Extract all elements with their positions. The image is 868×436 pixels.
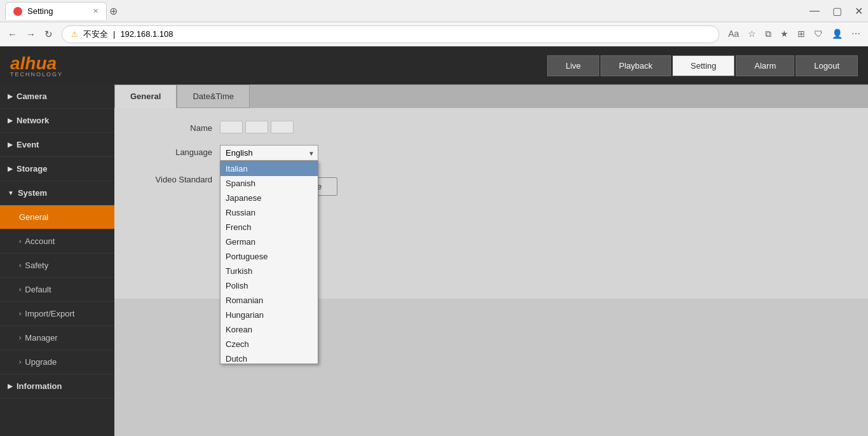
name-block-1 [220,121,243,133]
chevron-right-icon: › [19,358,21,365]
chevron-right-icon: ▶ [8,141,13,148]
sidebar-upgrade-label: Upgrade [25,357,57,367]
live-button[interactable]: Live [547,55,599,76]
close-window-button[interactable]: ✕ [855,5,863,17]
language-dropdown[interactable]: Italian Spanish Japanese Russian French … [220,161,318,364]
sidebar-item-event[interactable]: ▶ Event [0,133,114,157]
address-toolbar: Aa ☆ ⧉ ★ ⊞ 🛡 👤 ⋯ [728,29,860,39]
settings-panel: Name Language English [114,108,868,299]
logo-subtext: TECHNOLOGY [10,71,63,78]
sidebar-item-general[interactable]: General [0,205,114,229]
extensions-icon[interactable]: 🛡 [814,29,823,39]
dropdown-item-portuguese[interactable]: Portuguese [220,249,318,264]
new-tab-button[interactable]: ⊕ [109,5,118,17]
profile-icon[interactable]: 👤 [832,29,843,39]
sidebar-general-label: General [19,212,48,222]
sidebar-manager-label: Manager [25,333,57,343]
sidebar-event-label: Event [17,140,39,149]
dropdown-item-spanish[interactable]: Spanish [220,176,318,191]
dropdown-item-romanian[interactable]: Romanian [220,293,318,308]
address-separator: | [113,29,115,39]
tab-bar: General Date&Time [114,85,868,108]
dropdown-item-italian[interactable]: Italian [220,161,318,176]
chevron-right-icon: ▶ [8,93,13,100]
dropdown-item-russian[interactable]: Russian [220,205,318,220]
sidebar-item-system[interactable]: ▼ System [0,181,114,205]
dropdown-item-polish[interactable]: Polish [220,278,318,293]
sidebar-network-label: Network [17,116,49,125]
setting-button[interactable]: Setting [672,55,735,76]
address-bar: ← → ↻ ⚠ 不安全 | 192.168.1.108 Aa ☆ ⧉ ★ ⊞ 🛡… [0,22,868,46]
collections-icon[interactable]: ⊞ [797,29,805,39]
dropdown-item-turkish[interactable]: Turkish [220,264,318,278]
sidebar-item-account[interactable]: › Account [0,229,114,254]
sidebar-default-label: Default [25,285,51,294]
browser-tab[interactable]: Setting ✕ [5,2,107,20]
dropdown-item-hungarian[interactable]: Hungarian [220,308,318,322]
bookmark-icon[interactable]: ☆ [748,29,756,39]
language-control: English ▼ Italian Spanish Japanese Russi… [220,145,853,161]
browser-window-controls: — ▢ ✕ [810,5,863,17]
dropdown-item-czech[interactable]: Czech [220,337,318,351]
sidebar-account-label: Account [25,236,55,246]
dropdown-item-japanese[interactable]: Japanese [220,191,318,205]
sidebar-item-information[interactable]: ▶ Information [0,374,114,399]
sidebar-camera-label: Camera [17,92,47,101]
chevron-right-icon: › [19,238,21,245]
logout-button[interactable]: Logout [796,55,858,76]
language-label: Language [130,145,212,157]
maximize-button[interactable]: ▢ [832,5,842,17]
name-row: Name [130,121,853,133]
chevron-right-icon: › [19,310,21,317]
security-warning: ⚠ [71,30,78,39]
name-block-2 [245,121,268,133]
reload-button[interactable]: ↻ [44,29,53,40]
sidebar-item-network[interactable]: ▶ Network [0,109,114,133]
tab-title: Setting [27,6,53,16]
chevron-right-icon: ▶ [8,117,13,124]
sidebar-item-default[interactable]: › Default [0,278,114,302]
chevron-right-icon: › [19,262,21,269]
sidebar-safety-label: Safety [25,261,48,270]
sidebar-system-label: System [18,188,47,198]
tab-close-button[interactable]: ✕ [93,7,98,15]
sidebar-item-upgrade[interactable]: › Upgrade [0,350,114,374]
more-icon[interactable]: ⋯ [851,29,860,39]
logo: alhua TECHNOLOGY [10,53,63,78]
language-select-wrapper: English ▼ Italian Spanish Japanese Russi… [220,145,318,161]
forward-button[interactable]: → [26,29,36,39]
playback-button[interactable]: Playback [600,55,671,76]
sidebar-information-label: Information [17,381,62,391]
tab-datetime[interactable]: Date&Time [177,85,250,108]
security-text: 不安全 [83,29,108,40]
tab-general[interactable]: General [114,85,177,108]
reader-mode-icon[interactable]: Aa [728,29,739,39]
sidebar-item-camera[interactable]: ▶ Camera [0,85,114,109]
favorites-icon[interactable]: ★ [780,29,789,39]
sidebar-storage-label: Storage [17,164,47,174]
browser-titlebar: Setting ✕ ⊕ — ▢ ✕ [0,0,868,22]
alarm-button[interactable]: Alarm [736,55,794,76]
dropdown-item-french[interactable]: French [220,220,318,235]
sidebar-item-manager[interactable]: › Manager [0,326,114,350]
chevron-right-icon: ▶ [8,165,13,172]
minimize-button[interactable]: — [810,5,820,17]
language-row: Language English ▼ Italian Spanish Japan… [130,145,853,161]
address-field[interactable]: ⚠ 不安全 | 192.168.1.108 [62,25,719,43]
split-view-icon[interactable]: ⧉ [765,29,771,39]
name-label: Name [130,121,212,133]
back-button[interactable]: ← [8,29,17,39]
dropdown-item-dutch[interactable]: Dutch [220,351,318,364]
sidebar: ▶ Camera ▶ Network ▶ Event ▶ Storage ▼ S… [0,85,114,436]
sidebar-item-safety[interactable]: › Safety [0,254,114,278]
chevron-right-icon: › [19,286,21,293]
dropdown-item-german[interactable]: German [220,235,318,249]
name-control [220,121,853,133]
dropdown-item-korean[interactable]: Korean [220,322,318,337]
sidebar-item-storage[interactable]: ▶ Storage [0,157,114,181]
language-select[interactable]: English [220,145,318,161]
chevron-right-icon: ▶ [8,383,13,390]
main-layout: ▶ Camera ▶ Network ▶ Event ▶ Storage ▼ S… [0,85,868,436]
name-blocks [220,121,294,133]
sidebar-item-importexport[interactable]: › Import/Export [0,302,114,326]
